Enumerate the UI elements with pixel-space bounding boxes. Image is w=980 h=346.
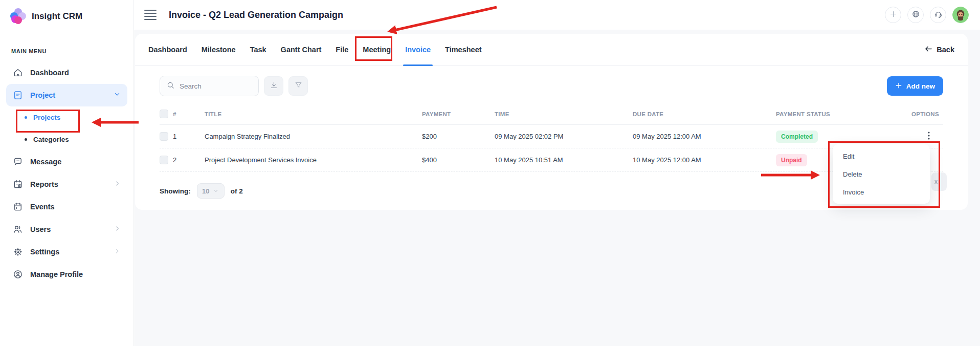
headset-icon <box>934 10 943 20</box>
home-icon <box>12 67 24 78</box>
tab-gantt-chart[interactable]: Gantt Chart <box>281 34 322 66</box>
plus-icon <box>895 82 902 91</box>
gear-icon <box>12 246 24 257</box>
context-menu-item-delete[interactable]: Delete <box>833 165 930 183</box>
cell-due-date: 10 May 2025 12:00 AM <box>633 156 776 164</box>
row-checkbox[interactable] <box>160 156 168 164</box>
sidebar-section-label: MAIN MENU <box>0 25 133 61</box>
cell-payment: $400 <box>422 156 495 164</box>
chevron-down-icon <box>113 90 121 100</box>
cell-time: 09 May 2025 02:02 PM <box>495 133 633 140</box>
chevron-right-icon <box>114 225 121 234</box>
col-header-title: TITLE <box>205 111 422 117</box>
add-new-label: Add new <box>906 82 935 90</box>
message-icon <box>12 156 24 167</box>
sidebar-item-label: Events <box>30 203 55 211</box>
sidebar-item-label: Reports <box>30 180 58 188</box>
app-logo[interactable]: Insight CRM <box>0 0 133 25</box>
sidebar-item-label: Users <box>30 225 51 233</box>
arrow-left-icon <box>924 45 933 55</box>
sidebar: Insight CRM MAIN MENU Dashboard Project … <box>0 0 134 346</box>
tab-task[interactable]: Task <box>250 34 266 66</box>
cell-num: 1 <box>173 133 205 140</box>
sidebar-item-settings[interactable]: Settings <box>6 241 127 263</box>
tab-dashboard[interactable]: Dashboard <box>148 34 187 66</box>
export-button[interactable] <box>264 76 283 96</box>
showing-label: Showing: <box>160 187 191 195</box>
page-size-value: 10 <box>202 187 209 195</box>
toolbar: Add new <box>160 76 943 96</box>
filter-button[interactable] <box>288 76 308 96</box>
chevron-down-icon <box>213 188 219 194</box>
sidebar-item-label: Manage Profile <box>30 270 83 278</box>
sidebar-item-users[interactable]: Users <box>6 218 127 241</box>
users-icon <box>12 224 24 235</box>
sidebar-item-reports[interactable]: Reports <box>6 173 127 196</box>
context-menu-item-edit[interactable]: Edit <box>833 147 930 165</box>
total-label: of 2 <box>231 187 243 195</box>
search-box <box>160 76 259 96</box>
topbar: Invoice - Q2 Lead Generation Campaign <box>134 0 980 30</box>
tabs-row: Dashboard Milestone Task Gantt Chart Fil… <box>135 34 968 66</box>
tab-invoice[interactable]: Invoice <box>405 34 431 66</box>
bullet-icon <box>25 138 27 141</box>
bullet-icon <box>25 116 27 119</box>
sidebar-item-categories[interactable]: Categories <box>6 128 127 150</box>
status-badge: Completed <box>776 131 911 143</box>
globe-icon <box>911 10 920 20</box>
back-button[interactable]: Back <box>924 45 954 55</box>
support-button[interactable] <box>930 7 946 23</box>
sidebar-item-manage-profile[interactable]: Manage Profile <box>6 263 127 286</box>
page-size-select[interactable]: 10 <box>197 183 225 199</box>
sidebar-item-message[interactable]: Message <box>6 150 127 173</box>
col-header-num: # <box>173 111 205 117</box>
select-all-checkbox[interactable] <box>160 110 168 118</box>
language-button[interactable] <box>907 7 924 23</box>
cell-payment: $200 <box>422 133 495 140</box>
sidebar-item-projects[interactable]: Projects <box>6 106 127 128</box>
calendar-icon <box>12 201 24 212</box>
col-header-payment: PAYMENT <box>422 111 495 117</box>
cell-time: 10 May 2025 10:51 AM <box>495 156 633 164</box>
avatar[interactable] <box>952 7 969 23</box>
tab-milestone[interactable]: Milestone <box>202 34 236 66</box>
tab-file[interactable]: File <box>336 34 348 66</box>
profile-icon <box>12 269 24 280</box>
sidebar-nav: Dashboard Project Projects Categories Me… <box>0 61 133 286</box>
sidebar-subitem-label: Projects <box>33 114 60 121</box>
col-header-options: OPTIONS <box>911 111 943 117</box>
kebab-menu-icon[interactable] <box>922 131 936 140</box>
col-header-time: TIME <box>495 111 633 117</box>
topbar-actions <box>885 7 969 23</box>
col-header-due-date: DUE DATE <box>633 111 776 117</box>
row-checkbox[interactable] <box>160 132 168 141</box>
page-title: Invoice - Q2 Lead Generation Campaign <box>169 10 343 20</box>
add-button[interactable] <box>885 7 901 23</box>
sidebar-item-events[interactable]: Events <box>6 196 127 218</box>
sidebar-item-project[interactable]: Project <box>6 84 127 106</box>
cell-options <box>911 131 943 142</box>
cell-title: Project Development Services Invoice <box>205 156 422 164</box>
hamburger-menu-icon[interactable] <box>144 10 157 20</box>
reports-icon <box>12 179 24 190</box>
table-row: 1 Campaign Strategy Finalized $200 09 Ma… <box>160 125 943 148</box>
cell-due-date: 09 May 2025 12:00 AM <box>633 133 776 140</box>
tab-timesheet[interactable]: Timesheet <box>445 34 481 66</box>
tab-meeting[interactable]: Meeting <box>363 34 391 66</box>
search-input[interactable] <box>180 82 246 90</box>
context-menu-item-invoice[interactable]: Invoice <box>833 183 930 201</box>
pagination: Showing: 10 of 2 <box>160 183 943 199</box>
cell-num: 2 <box>173 156 205 164</box>
sidebar-subitem-label: Categories <box>33 136 69 143</box>
sidebar-item-label: Dashboard <box>30 69 69 77</box>
download-icon <box>270 81 278 92</box>
app-name: Insight CRM <box>32 11 82 21</box>
search-icon <box>166 81 175 92</box>
sidebar-item-dashboard[interactable]: Dashboard <box>6 61 127 84</box>
invoice-table: # TITLE PAYMENT TIME DUE DATE PAYMENT ST… <box>160 103 943 172</box>
table-row: 2 Project Development Services Invoice $… <box>160 148 943 172</box>
table-header-row: # TITLE PAYMENT TIME DUE DATE PAYMENT ST… <box>160 103 943 125</box>
col-header-payment-status: PAYMENT STATUS <box>776 111 911 117</box>
add-new-button[interactable]: Add new <box>887 76 943 96</box>
filter-icon <box>294 81 303 92</box>
